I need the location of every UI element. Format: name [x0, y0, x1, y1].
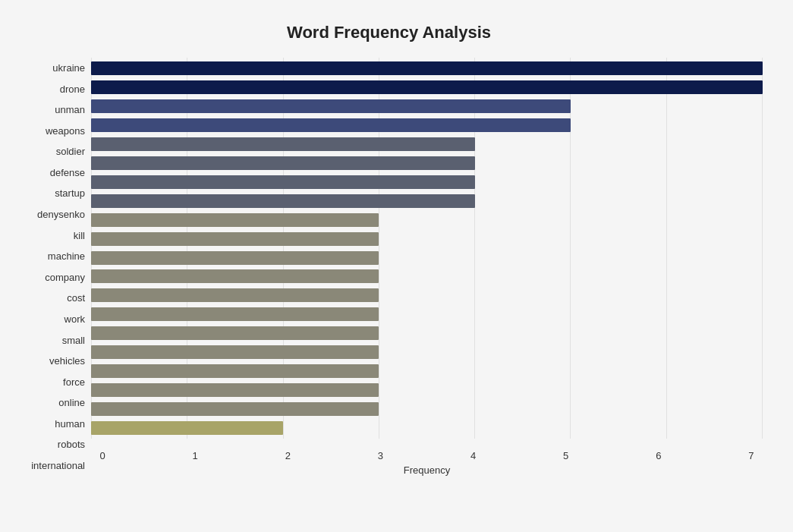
bar-row: [91, 362, 763, 381]
x-axis-label: 7: [740, 450, 763, 461]
y-label: cost: [67, 288, 85, 308]
bar: [91, 99, 571, 113]
x-axis-label: 6: [647, 450, 670, 461]
y-labels: ukrainedroneunmanweaponssoldierdefensest…: [15, 58, 91, 476]
chart-container: Word Frequency Analysis ukrainedroneunma…: [0, 0, 793, 532]
bar-row: [91, 305, 763, 324]
chart-area: ukrainedroneunmanweaponssoldierdefensest…: [15, 58, 763, 476]
y-label: online: [58, 392, 85, 413]
bar-row: [91, 78, 763, 97]
bar-row: [91, 399, 763, 418]
bar: [91, 118, 571, 132]
grid-and-bars: 01234567: [91, 58, 763, 461]
bar: [91, 345, 379, 359]
x-axis-label: 1: [184, 450, 206, 461]
x-axis-labels: 01234567: [91, 439, 763, 461]
x-axis-label: 5: [555, 450, 577, 461]
bar: [91, 269, 379, 283]
y-label: kill: [74, 225, 85, 246]
y-label: international: [31, 455, 85, 476]
y-label: vehicles: [49, 351, 85, 371]
bar: [91, 326, 379, 340]
y-label: denysenko: [37, 204, 85, 225]
bar: [91, 402, 379, 416]
bar-row: [91, 324, 763, 343]
bar-row: [91, 248, 763, 267]
x-axis-label: 4: [462, 450, 485, 461]
bar: [91, 364, 379, 378]
bar: [91, 213, 379, 227]
bar: [91, 421, 283, 435]
bar-row: [91, 286, 763, 305]
bar-row: [91, 59, 763, 78]
y-label: ukraine: [52, 58, 85, 78]
x-axis-label: 3: [369, 450, 392, 461]
y-label: force: [63, 372, 85, 392]
y-label: weapons: [46, 121, 85, 141]
bar-row: [91, 172, 763, 191]
bar: [91, 156, 475, 170]
bar: [91, 61, 763, 75]
y-label: soldier: [56, 141, 85, 162]
y-label: startup: [55, 183, 85, 203]
bar: [91, 232, 379, 246]
bar-row: [91, 267, 763, 286]
y-label: work: [65, 309, 85, 329]
bar: [91, 383, 379, 397]
bar-row: [91, 154, 763, 173]
bar: [91, 80, 763, 94]
x-axis-label: 0: [91, 450, 114, 461]
bar-row: [91, 343, 763, 362]
y-label: unman: [55, 99, 85, 120]
bar: [91, 307, 379, 321]
y-label: robots: [58, 434, 85, 455]
bar-row: [91, 229, 763, 248]
y-label: company: [45, 267, 85, 288]
x-axis-label: 2: [276, 450, 299, 461]
bars-wrapper: [91, 58, 763, 439]
y-label: human: [55, 414, 85, 434]
bar-row: [91, 210, 763, 229]
bar-row: [91, 116, 763, 135]
bar-row: [91, 97, 763, 116]
x-axis-title: Frequency: [91, 464, 763, 476]
chart-title: Word Frequency Analysis: [15, 15, 763, 42]
bar-row: [91, 380, 763, 399]
bar: [91, 288, 379, 302]
y-label: small: [62, 330, 85, 351]
bar: [91, 137, 475, 151]
y-label: machine: [48, 246, 85, 266]
bar: [91, 175, 475, 189]
y-label: defense: [50, 162, 85, 183]
bar-row: [91, 135, 763, 154]
y-label: drone: [60, 79, 85, 99]
bars-area: 01234567 Frequency: [91, 58, 763, 476]
bar: [91, 194, 475, 208]
bar-row: [91, 418, 763, 437]
bar-row: [91, 191, 763, 210]
bar: [91, 251, 379, 265]
